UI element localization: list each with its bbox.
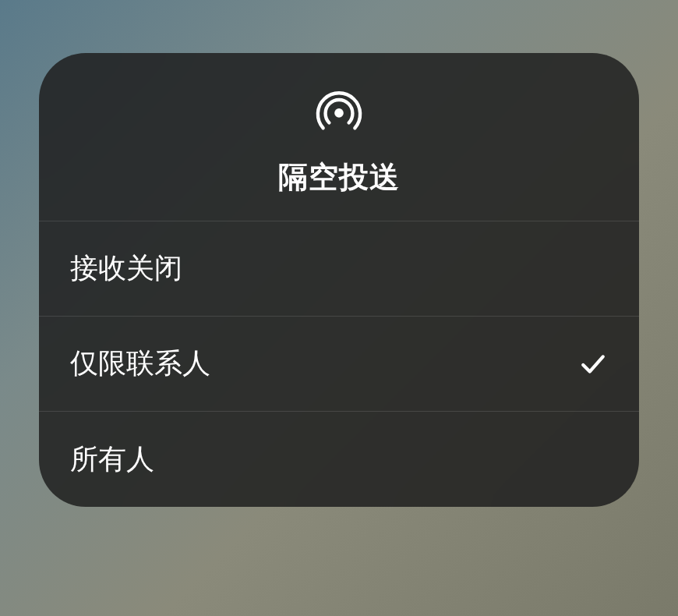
svg-point-0 bbox=[334, 108, 344, 118]
airdrop-panel: 隔空投送 接收关闭 仅限联系人 所有人 bbox=[39, 53, 639, 507]
option-receiving-off[interactable]: 接收关闭 bbox=[39, 221, 639, 317]
options-list: 接收关闭 仅限联系人 所有人 bbox=[39, 221, 639, 507]
checkmark-icon bbox=[578, 349, 608, 379]
panel-header: 隔空投送 bbox=[39, 53, 639, 221]
option-label: 接收关闭 bbox=[70, 250, 182, 288]
option-label: 仅限联系人 bbox=[70, 345, 210, 383]
airdrop-icon bbox=[314, 86, 364, 136]
panel-title: 隔空投送 bbox=[278, 158, 400, 197]
option-label: 所有人 bbox=[70, 441, 154, 479]
option-contacts-only[interactable]: 仅限联系人 bbox=[39, 317, 639, 412]
option-everyone[interactable]: 所有人 bbox=[39, 412, 639, 507]
